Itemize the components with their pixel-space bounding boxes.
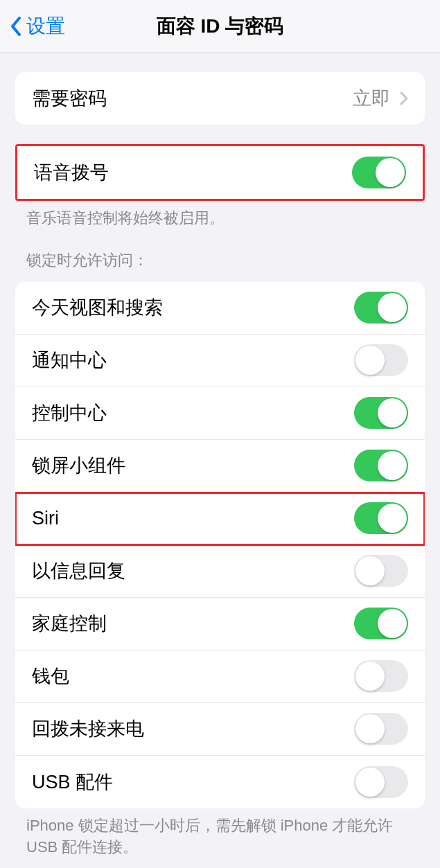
lock-access-group: 今天视图和搜索通知中心控制中心锁屏小组件Siri以信息回复家庭控制钱包回拨未接来… [15, 282, 425, 808]
toggle-knob [355, 346, 385, 375]
lock-access-row: 回拨未接来电 [15, 703, 425, 756]
lock-access-label: Siri [32, 508, 59, 529]
lock-access-row: Siri [15, 493, 425, 545]
require-passcode-label: 需要密码 [32, 86, 107, 111]
require-passcode-row[interactable]: 需要密码 立即 [15, 72, 425, 125]
lock-access-row: 通知中心 [15, 335, 425, 387]
lock-access-toggle[interactable] [354, 555, 408, 587]
toggle-knob [355, 556, 385, 585]
lock-access-toggle[interactable] [354, 292, 408, 324]
lock-access-label: 以信息回复 [32, 558, 125, 583]
lock-access-row: 家庭控制 [15, 598, 425, 650]
voice-dial-toggle[interactable] [352, 157, 406, 188]
require-passcode-group: 需要密码 立即 [15, 72, 425, 125]
lock-access-toggle[interactable] [354, 344, 408, 376]
lock-access-label: 锁屏小组件 [32, 453, 125, 478]
lock-access-row: USB 配件 [15, 756, 425, 808]
toggle-knob [355, 662, 385, 691]
toggle-knob [378, 504, 407, 533]
lock-access-toggle[interactable] [354, 660, 408, 692]
toggle-knob [378, 609, 407, 638]
toggle-knob [355, 714, 385, 743]
voice-dial-row: 语音拨号 [17, 146, 423, 199]
toggle-knob [376, 158, 405, 187]
lock-access-label: 钱包 [32, 664, 69, 689]
voice-dial-label: 语音拨号 [34, 160, 109, 185]
lock-access-toggle[interactable] [354, 766, 408, 798]
lock-access-label: 通知中心 [32, 348, 107, 373]
lock-access-row: 锁屏小组件 [15, 440, 425, 493]
lock-access-toggle[interactable] [354, 450, 408, 481]
lock-access-label: USB 配件 [32, 770, 113, 795]
toggle-knob [378, 293, 407, 322]
lock-access-row: 今天视图和搜索 [15, 282, 425, 335]
lock-access-label: 控制中心 [32, 400, 107, 425]
require-passcode-value: 立即 [353, 86, 408, 111]
lock-access-footer: iPhone 锁定超过一小时后，需先解锁 iPhone 才能允许 USB 配件连… [0, 808, 440, 858]
toggle-knob [378, 451, 407, 480]
header: 设置 面容 ID 与密码 [0, 0, 440, 53]
lock-access-toggle[interactable] [354, 502, 408, 534]
back-button[interactable]: 设置 [0, 13, 65, 39]
lock-access-label: 家庭控制 [32, 611, 107, 636]
chevron-right-icon [400, 91, 408, 105]
chevron-left-icon [10, 16, 22, 37]
require-passcode-value-text: 立即 [353, 86, 390, 111]
voice-dial-footer: 音乐语音控制将始终被启用。 [0, 201, 440, 229]
lock-access-toggle[interactable] [354, 397, 408, 429]
lock-access-toggle[interactable] [354, 608, 408, 639]
lock-access-header: 锁定时允许访问： [0, 229, 440, 276]
lock-access-label: 今天视图和搜索 [32, 295, 163, 320]
toggle-knob [378, 398, 407, 427]
toggle-knob [355, 768, 385, 797]
lock-access-row: 以信息回复 [15, 545, 425, 598]
lock-access-row: 控制中心 [15, 387, 425, 440]
back-label: 设置 [26, 13, 65, 39]
lock-access-toggle[interactable] [354, 713, 408, 745]
lock-access-row: 钱包 [15, 650, 425, 703]
lock-access-label: 回拨未接来电 [32, 716, 144, 741]
page-title: 面容 ID 与密码 [157, 13, 284, 39]
voice-dial-group: 语音拨号 [15, 144, 425, 201]
